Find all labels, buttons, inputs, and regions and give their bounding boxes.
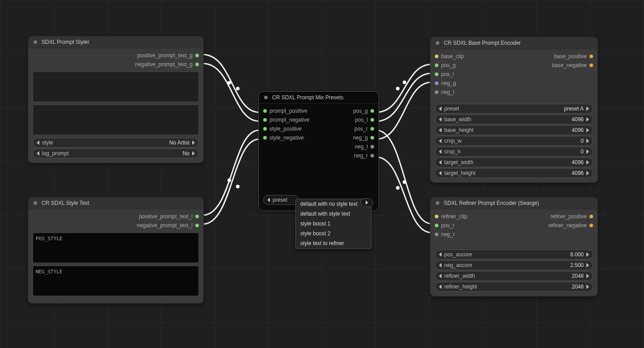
port-dot-icon[interactable] xyxy=(435,215,438,218)
chevron-right-icon[interactable] xyxy=(586,139,589,143)
port-refiner_positive[interactable]: refiner_positive xyxy=(551,212,593,221)
port-dot-icon[interactable] xyxy=(435,224,438,227)
chevron-left-icon[interactable] xyxy=(267,198,270,202)
port-base_negative[interactable]: base_negative xyxy=(552,61,593,70)
chevron-left-icon[interactable] xyxy=(439,263,442,267)
port-positive_prompt_text_g[interactable]: positive_prompt_text_g xyxy=(137,51,199,60)
negative-prompt-input[interactable] xyxy=(33,105,199,135)
dropdown-option[interactable]: style boost 1 xyxy=(296,219,371,229)
port-pos_r[interactable]: pos_r xyxy=(435,221,467,230)
port-prompt_negative[interactable]: prompt_negative xyxy=(263,115,309,124)
node-titlebar[interactable]: SDXL Refiner Prompt Encoder (Searge) xyxy=(430,197,598,209)
chevron-left-icon[interactable] xyxy=(439,252,442,257)
widget-style[interactable]: styleNo Artist xyxy=(33,138,199,148)
port-pos_l[interactable]: pos_l xyxy=(355,115,374,124)
port-style_positive[interactable]: style_positive xyxy=(263,124,309,133)
port-base_clip[interactable]: base_clip xyxy=(435,52,464,61)
widget-target_width[interactable]: target_width4096 xyxy=(435,157,593,167)
widget-target_height[interactable]: target_height4096 xyxy=(435,168,593,178)
node-titlebar[interactable]: CR SDXL Prompt Mix Presets xyxy=(259,92,379,104)
port-dot-icon[interactable] xyxy=(589,55,593,58)
port-neg_g[interactable]: neg_g xyxy=(353,133,374,142)
port-pos_g[interactable]: pos_g xyxy=(435,61,464,70)
port-dot-icon[interactable] xyxy=(370,109,374,113)
port-dot-icon[interactable] xyxy=(370,154,374,157)
chevron-right-icon[interactable] xyxy=(586,149,589,154)
chevron-left-icon[interactable] xyxy=(37,140,39,145)
collapse-dot-icon[interactable] xyxy=(34,40,37,44)
chevron-right-icon[interactable] xyxy=(586,263,589,267)
chevron-right-icon[interactable] xyxy=(586,160,589,165)
collapse-dot-icon[interactable] xyxy=(436,201,439,205)
widget-crop_h[interactable]: crop_h0 xyxy=(435,147,593,157)
chevron-left-icon[interactable] xyxy=(439,284,442,289)
node-cr-sdxl-base-prompt-encoder[interactable]: CR SDXL Base Prompt Encoder base_clippos… xyxy=(430,37,598,183)
port-dot-icon[interactable] xyxy=(435,90,438,94)
positive-prompt-input[interactable] xyxy=(33,72,199,102)
collapse-dot-icon[interactable] xyxy=(436,41,439,45)
dropdown-option[interactable]: default with no style text xyxy=(296,199,371,209)
port-pos_r[interactable]: pos_r xyxy=(354,124,374,133)
chevron-left-icon[interactable] xyxy=(439,149,442,154)
port-dot-icon[interactable] xyxy=(435,72,438,76)
port-dot-icon[interactable] xyxy=(370,127,374,131)
chevron-right-icon[interactable] xyxy=(192,151,195,156)
port-dot-icon[interactable] xyxy=(435,81,438,85)
node-cr-sdxl-style-text[interactable]: CR SDXL Style Text positive_prompt_text_… xyxy=(28,197,204,304)
widget-preset[interactable]: presetpreset A xyxy=(435,104,593,114)
widget-neg_ascore[interactable]: neg_ascore2.500 xyxy=(435,260,593,270)
port-style_negative[interactable]: style_negative xyxy=(263,133,309,142)
widget-refiner_height[interactable]: refiner_height2048 xyxy=(435,282,593,292)
dropdown-option[interactable]: default with style text xyxy=(296,209,371,219)
widget-crop_w[interactable]: crop_w0 xyxy=(435,136,593,146)
chevron-left-icon[interactable] xyxy=(439,171,442,175)
dropdown-option[interactable]: style boost 2 xyxy=(296,229,371,238)
dropdown-option[interactable]: style text to refiner xyxy=(296,238,371,248)
port-neg_r[interactable]: neg_r xyxy=(435,230,467,239)
port-dot-icon[interactable] xyxy=(435,55,438,58)
chevron-left-icon[interactable] xyxy=(439,160,442,165)
chevron-left-icon[interactable] xyxy=(439,106,442,111)
port-prompt_positive[interactable]: prompt_positive xyxy=(263,106,309,115)
port-base_positive[interactable]: base_positive xyxy=(554,52,593,61)
port-dot-icon[interactable] xyxy=(263,118,267,122)
chevron-left-icon[interactable] xyxy=(439,117,442,122)
widget-pos_ascore[interactable]: pos_ascore6.000 xyxy=(435,250,593,259)
chevron-right-icon[interactable] xyxy=(586,252,589,257)
widget-refiner_width[interactable]: refiner_width2048 xyxy=(435,271,593,281)
node-titlebar[interactable]: SDXL Prompt Styler xyxy=(28,36,203,48)
port-dot-icon[interactable] xyxy=(195,54,199,57)
port-dot-icon[interactable] xyxy=(370,118,374,122)
chevron-left-icon[interactable] xyxy=(37,151,39,156)
port-dot-icon[interactable] xyxy=(435,233,438,236)
preset-advance-button[interactable] xyxy=(361,198,373,207)
port-negative_prompt_text_g[interactable]: negative_prompt_text_g xyxy=(135,60,199,69)
chevron-left-icon[interactable] xyxy=(439,274,442,278)
collapse-dot-icon[interactable] xyxy=(34,201,37,205)
port-neg_r[interactable]: neg_r xyxy=(354,151,374,160)
port-neg_l[interactable]: neg_l xyxy=(435,88,464,97)
port-positive_prompt_text_l[interactable]: positive_prompt_text_l xyxy=(139,212,199,221)
chevron-right-icon[interactable] xyxy=(586,284,589,289)
port-dot-icon[interactable] xyxy=(589,215,593,218)
pos-style-input[interactable]: POS_STYLE xyxy=(33,233,199,263)
widget-base_width[interactable]: base_width4096 xyxy=(435,115,593,124)
port-dot-icon[interactable] xyxy=(263,136,267,140)
port-dot-icon[interactable] xyxy=(195,63,199,66)
port-dot-icon[interactable] xyxy=(370,136,374,140)
collapse-dot-icon[interactable] xyxy=(264,96,268,99)
port-dot-icon[interactable] xyxy=(589,224,593,227)
chevron-left-icon[interactable] xyxy=(439,128,442,132)
port-dot-icon[interactable] xyxy=(589,64,593,67)
neg-style-input[interactable]: NEG_STYLE xyxy=(33,266,199,296)
chevron-right-icon[interactable] xyxy=(192,140,195,145)
node-sdxl-prompt-styler[interactable]: SDXL Prompt Styler positive_prompt_text_… xyxy=(28,36,204,163)
port-refiner_negative[interactable]: refiner_negative xyxy=(548,221,593,230)
chevron-right-icon[interactable] xyxy=(586,106,589,111)
chevron-left-icon[interactable] xyxy=(439,139,442,143)
port-negative_prompt_text_l[interactable]: negative_prompt_text_l xyxy=(137,221,199,230)
port-dot-icon[interactable] xyxy=(263,109,267,113)
port-pos_g[interactable]: pos_g xyxy=(353,106,374,115)
port-refiner_clip[interactable]: refiner_clip xyxy=(435,212,467,221)
port-neg_l[interactable]: neg_l xyxy=(355,142,374,151)
